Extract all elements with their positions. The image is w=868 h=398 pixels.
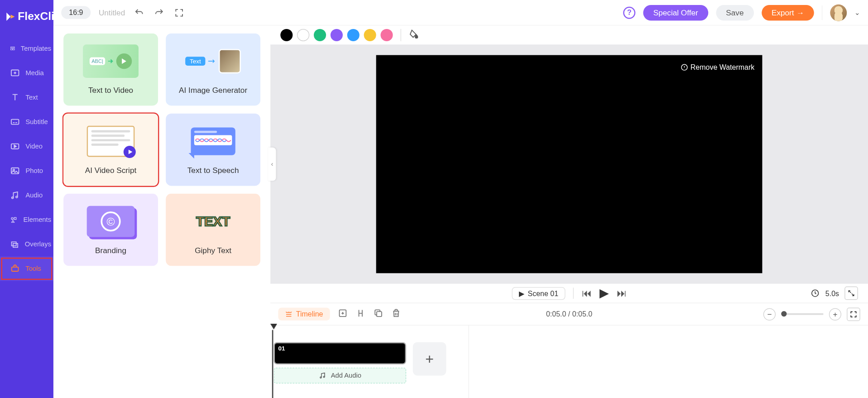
tool-ai-image-generator[interactable]: Text AI Image Generator [166,34,260,106]
duplicate-button[interactable] [373,308,383,320]
tool-ai-video-script[interactable]: AI Video Script [63,114,158,186]
tool-giphy-text[interactable]: TEXT Giphy Text [166,194,260,266]
sidebar-item-media[interactable]: Media [0,61,53,85]
swatch-pink[interactable] [380,29,393,41]
chevron-down-icon[interactable]: ⌄ [854,9,860,16]
sidebar-item-video[interactable]: Video [0,134,53,158]
split-button[interactable] [355,308,365,320]
remove-watermark-button[interactable]: Remove Watermark [681,63,755,71]
sidebar-item-tools[interactable]: Tools [0,256,53,281]
svg-point-21 [323,376,325,378]
stage-wrapper: ‹ Remove Watermark [270,44,868,283]
sidebar-item-overlays[interactable]: Overlays [0,232,53,256]
play-icon: ▶ [519,289,524,297]
next-button[interactable]: ⏭ [617,288,627,299]
sidebar-item-text[interactable]: Text [0,85,53,110]
canvas-zone: ‹ Remove Watermark ▶ Scene 01 ⏮ [270,26,868,398]
timeline-toolbar: Timeline 0:05.0 / 0:05.0 − + [270,302,868,325]
help-button[interactable]: ? [623,6,635,19]
export-button[interactable]: Export → [762,5,814,20]
swatch-purple[interactable] [331,29,343,41]
add-scene-button[interactable]: + [413,342,446,376]
timeline-clip[interactable]: 01 [274,342,406,364]
svg-rect-13 [13,244,18,248]
svg-text:TEXT: TEXT [196,214,230,229]
svg-point-8 [12,197,14,199]
svg-rect-0 [11,47,15,48]
swatch-yellow[interactable] [364,29,376,41]
sidebar-item-elements[interactable]: Elements [0,207,53,232]
svg-rect-4 [11,120,19,125]
tool-branding[interactable]: © Branding [63,194,158,266]
zoom-fit-button[interactable] [847,307,860,321]
redo-button[interactable] [153,6,165,19]
playhead[interactable] [270,324,277,331]
aspect-ratio-pill[interactable]: 16:9 [61,6,91,19]
color-swatches [270,26,868,45]
tool-text-to-speech[interactable]: Text to Speech [166,114,260,186]
clock-icon [811,289,820,298]
sidebar-item-photo[interactable]: Photo [0,158,53,183]
fullscreen-button[interactable] [173,6,185,19]
svg-rect-12 [12,242,16,246]
timeline-position: 0:05.0 / 0:05.0 [546,310,592,318]
user-avatar[interactable] [830,4,847,21]
duration-label: 5.0s [825,289,839,297]
tool-text-to-video[interactable]: ABC| Text to Video [63,34,158,106]
paint-bucket-icon[interactable] [409,29,419,41]
top-toolbar: 16:9 Untitled ? Special Offer Save Expor… [53,0,868,26]
video-stage[interactable]: Remove Watermark [376,55,762,273]
music-icon [319,372,326,379]
swatch-white[interactable] [297,29,309,41]
save-button[interactable]: Save [716,5,753,20]
swatch-black[interactable] [280,29,293,41]
project-title[interactable]: Untitled [99,8,125,17]
svg-rect-14 [12,267,19,271]
svg-rect-19 [376,312,381,316]
undo-button[interactable] [133,6,145,19]
zoom-out-button[interactable]: − [763,308,776,320]
logo[interactable]: FlexClip [0,7,53,36]
timeline-area: 01 Add Audio + [270,325,868,398]
sidebar-item-templates[interactable]: Templates [0,36,53,61]
prev-button[interactable]: ⏮ [582,288,592,299]
swatch-green[interactable] [314,29,326,41]
svg-rect-1 [11,48,13,50]
collapse-panel-button[interactable]: ‹ [268,148,276,181]
play-button[interactable]: ▶ [599,286,609,301]
zoom-in-button[interactable]: + [829,308,841,320]
svg-point-20 [320,377,321,378]
play-scene-button[interactable]: ▶ Scene 01 [512,287,566,299]
zoom-slider[interactable] [781,313,823,315]
sidebar: FlexClip Templates Media Text Subtitle V… [0,0,53,398]
sidebar-item-subtitle[interactable]: Subtitle [0,110,53,134]
sidebar-item-audio[interactable]: Audio [0,183,53,207]
svg-rect-11 [14,217,16,219]
playback-controls: ▶ Scene 01 ⏮ ▶ ⏭ 5.0s [270,284,868,303]
add-audio-button[interactable]: Add Audio [274,368,406,383]
timeline-tab[interactable]: Timeline [278,308,330,321]
svg-rect-2 [13,48,14,50]
tools-panel: ABC| Text to Video Text AI Image Generat… [53,26,270,398]
svg-point-10 [11,217,13,219]
add-track-button[interactable] [337,308,347,320]
delete-button[interactable] [391,308,401,320]
swatch-blue[interactable] [347,29,360,41]
svg-point-9 [16,196,18,198]
special-offer-button[interactable]: Special Offer [643,5,708,20]
expand-button[interactable] [844,287,858,300]
